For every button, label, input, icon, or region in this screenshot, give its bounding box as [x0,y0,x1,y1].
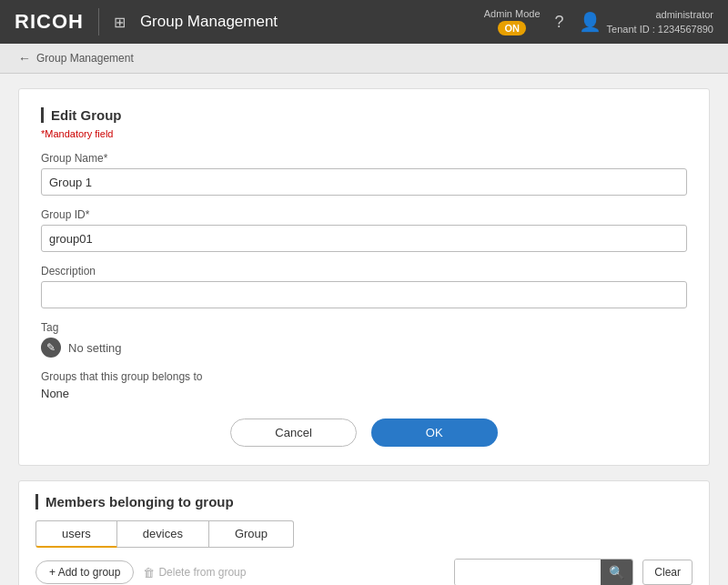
group-id-label: Group ID* [41,208,687,221]
tab-users[interactable]: users [35,520,117,548]
edit-group-title: Edit Group [41,107,687,123]
trash-icon: 🗑 [143,566,155,580]
page-title: Group Management [140,13,473,31]
description-field: Description [41,265,687,308]
tab-devices[interactable]: devices [117,520,209,548]
group-name-label: Group Name* [41,152,687,165]
description-label: Description [41,265,687,277]
search-box: 🔍 [454,559,633,585]
tag-value: No setting [68,341,122,355]
group-id-input[interactable] [41,225,687,252]
members-title: Members belonging to group [35,494,693,509]
tag-label: Tag [41,321,687,334]
breadcrumb-link[interactable]: Group Management [36,52,134,65]
description-input[interactable] [41,281,687,308]
search-button[interactable]: 🔍 [601,560,632,585]
mandatory-note: *Mandatory field [41,128,687,139]
belongs-to-value: None [41,387,687,400]
add-to-group-button[interactable]: + Add to group [35,560,134,584]
tag-edit-icon[interactable]: ✎ [41,338,61,358]
admin-mode-label: Admin Mode [484,8,541,20]
search-input[interactable] [455,560,601,585]
belongs-to-field: Groups that this group belongs to None [41,370,687,400]
user-info: administrator Tenant ID : 1234567890 [607,7,713,37]
members-toolbar: + Add to group 🗑 Delete from group 🔍 Cle… [35,559,693,585]
group-name-input[interactable] [41,168,687,196]
tenant-id: Tenant ID : 1234567890 [607,22,713,37]
group-id-field: Group ID* [41,208,687,252]
header-divider [98,8,99,35]
form-buttons: Cancel OK [41,419,687,447]
tag-row: ✎ No setting [41,338,687,358]
edit-group-card: Edit Group *Mandatory field Group Name* … [18,88,710,466]
group-name-field: Group Name* [41,152,687,196]
back-arrow-icon: ← [18,51,31,66]
header-right: Admin Mode ON ? 👤 administrator Tenant I… [484,7,713,37]
user-name: administrator [607,7,713,23]
admin-mode-toggle[interactable]: ON [498,21,526,35]
breadcrumb: ← Group Management [0,44,728,74]
belongs-to-label: Groups that this group belongs to [41,370,687,383]
user-avatar-icon: 👤 [579,11,602,33]
ok-button[interactable]: OK [371,419,498,447]
help-icon[interactable]: ? [555,13,564,32]
grid-icon: ⊞ [114,14,126,31]
cancel-button[interactable]: Cancel [230,419,356,447]
main-content: Edit Group *Mandatory field Group Name* … [0,74,728,585]
tag-field: Tag ✎ No setting [41,321,687,358]
ricoh-logo: RICOH [15,10,84,34]
delete-from-group-button: 🗑 Delete from group [143,566,246,580]
delete-label: Delete from group [158,566,246,579]
header: RICOH ⊞ Group Management Admin Mode ON ?… [0,0,728,44]
members-card: Members belonging to group users devices… [18,480,710,585]
tab-group[interactable]: Group [209,520,294,548]
members-tabs: users devices Group [35,520,693,548]
clear-button[interactable]: Clear [642,560,693,585]
